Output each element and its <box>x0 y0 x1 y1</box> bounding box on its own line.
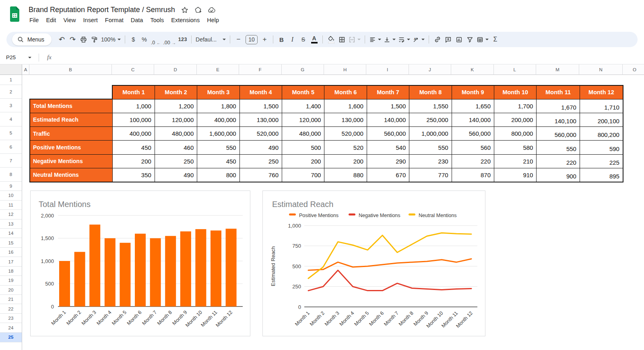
sheets-logo-icon[interactable] <box>9 6 21 22</box>
insert-comment-button[interactable] <box>443 34 454 45</box>
sheet-canvas[interactable]: Month 1Month 2Month 3Month 4Month 5Month… <box>22 75 644 350</box>
table-cell[interactable]: 1,200 <box>155 99 197 113</box>
row-header-16[interactable]: 16 <box>0 248 22 257</box>
row-header-25[interactable]: 25 <box>0 333 22 342</box>
column-header-K[interactable]: K <box>451 64 493 75</box>
functions-button[interactable]: Σ <box>490 34 501 45</box>
table-cell[interactable]: 130,000 <box>239 113 282 126</box>
table-cell[interactable]: 1,800 <box>197 99 239 113</box>
table-cell[interactable]: 700 <box>282 168 324 182</box>
row-header-11[interactable]: 11 <box>0 201 22 210</box>
table-cell[interactable]: 230 <box>409 154 452 168</box>
row-label-cell[interactable]: Traffic <box>30 127 112 141</box>
table-cell[interactable]: 120,000 <box>155 113 197 126</box>
fill-color-button[interactable] <box>326 34 336 45</box>
menu-file[interactable]: File <box>26 16 42 25</box>
star-icon[interactable] <box>181 6 188 14</box>
month-header-cell[interactable]: Month 5 <box>282 85 324 99</box>
row-header-9[interactable]: 9 <box>0 182 22 191</box>
paint-format-button[interactable] <box>89 34 100 45</box>
cloud-saved-icon[interactable] <box>208 6 216 14</box>
month-header-cell[interactable]: Month 11 <box>537 85 580 99</box>
text-color-button[interactable]: A <box>309 34 320 45</box>
row-header-7[interactable]: 7 <box>0 154 22 168</box>
font-size-input[interactable]: 10 <box>246 35 258 44</box>
table-cell[interactable]: 480,000 <box>155 127 197 141</box>
column-header-A[interactable]: A <box>22 64 29 75</box>
format-percent-button[interactable]: % <box>139 34 150 45</box>
table-cell[interactable]: 200,100 <box>580 113 623 126</box>
table-cell[interactable]: 220 <box>537 154 580 168</box>
increase-decimals-button[interactable]: .00 → <box>162 34 177 45</box>
column-header-H[interactable]: H <box>324 64 366 75</box>
table-cell[interactable]: 210 <box>494 154 537 168</box>
table-cell[interactable]: 460 <box>155 141 197 154</box>
table-cell[interactable]: 770 <box>409 168 452 182</box>
column-header-O[interactable]: O <box>623 64 644 75</box>
row-header-18[interactable]: 18 <box>0 267 22 276</box>
table-cell[interactable]: 490 <box>155 168 197 182</box>
table-cell[interactable]: 120,000 <box>282 113 324 126</box>
row-header-23[interactable]: 23 <box>0 314 22 323</box>
column-header-M[interactable]: M <box>536 64 580 75</box>
table-cell[interactable]: 490 <box>239 141 282 154</box>
month-header-cell[interactable]: Month 3 <box>197 85 239 99</box>
table-cell[interactable]: 560,000 <box>452 127 494 141</box>
table-cell[interactable]: 880 <box>324 168 367 182</box>
row-header-5[interactable]: 5 <box>0 126 22 140</box>
table-cell[interactable]: 560,000 <box>367 127 409 141</box>
menu-view[interactable]: View <box>60 16 79 25</box>
select-all-corner[interactable] <box>0 64 22 75</box>
month-header-cell[interactable]: Month 6 <box>324 85 367 99</box>
decrease-decimals-button[interactable]: .0 ← <box>150 34 162 45</box>
table-cell[interactable]: 200 <box>282 154 324 168</box>
table-cell[interactable]: 1,400 <box>282 99 324 113</box>
table-cell[interactable]: 400,000 <box>112 127 155 141</box>
table-cell[interactable]: 800,200 <box>580 127 623 141</box>
column-header-F[interactable]: F <box>239 64 281 75</box>
table-cell[interactable]: 910 <box>494 168 537 182</box>
table-cell[interactable]: 1,670 <box>537 99 580 113</box>
row-header-2[interactable]: 2 <box>0 85 22 99</box>
name-box[interactable]: P25 <box>0 54 35 60</box>
row-header-15[interactable]: 15 <box>0 238 22 247</box>
month-header-cell[interactable]: Month 12 <box>580 85 623 99</box>
text-wrap-button[interactable] <box>397 34 411 45</box>
table-cell[interactable]: 520,000 <box>239 127 282 141</box>
text-rotation-button[interactable]: A <box>411 34 426 45</box>
table-cell[interactable]: 1,600 <box>324 99 367 113</box>
menu-data[interactable]: Data <box>127 16 147 25</box>
table-cell[interactable]: 540 <box>367 141 409 154</box>
increase-font-size-button[interactable]: + <box>259 34 270 45</box>
month-header-cell[interactable]: Month 10 <box>494 85 537 99</box>
table-cell[interactable]: 1,710 <box>580 99 623 113</box>
column-header-G[interactable]: G <box>282 64 324 75</box>
menu-edit[interactable]: Edit <box>42 16 60 25</box>
table-cell[interactable]: 140,000 <box>452 113 494 126</box>
row-header-6[interactable]: 6 <box>0 140 22 154</box>
merge-cells-button[interactable] <box>347 34 362 45</box>
row-header-3[interactable]: 3 <box>0 99 22 112</box>
menu-insert[interactable]: Insert <box>80 16 101 25</box>
row-label-cell[interactable]: Estimated Reach <box>30 113 112 126</box>
column-header-L[interactable]: L <box>494 64 536 75</box>
table-cell[interactable]: 290 <box>367 154 409 168</box>
table-cell[interactable]: 500 <box>282 141 324 154</box>
table-cell[interactable]: 140,100 <box>537 113 580 126</box>
table-cell[interactable]: 670 <box>367 168 409 182</box>
table-cell[interactable]: 1,700 <box>494 99 537 113</box>
table-cell[interactable]: 250 <box>239 154 282 168</box>
italic-button[interactable]: I <box>287 34 298 45</box>
table-cell[interactable]: 560,000 <box>537 127 580 141</box>
borders-button[interactable] <box>336 34 347 45</box>
table-cell[interactable]: 480,000 <box>282 127 324 141</box>
table-cell[interactable]: 450 <box>112 141 155 154</box>
font-select[interactable]: Defaul... <box>194 34 227 45</box>
vertical-align-button[interactable] <box>382 34 397 45</box>
column-header-J[interactable]: J <box>409 64 451 75</box>
column-header-N[interactable]: N <box>579 64 623 75</box>
table-cell[interactable]: 550 <box>409 141 452 154</box>
table-cell[interactable]: 520 <box>324 141 367 154</box>
row-header-10[interactable]: 10 <box>0 191 22 200</box>
table-cell[interactable]: 580 <box>494 141 537 154</box>
